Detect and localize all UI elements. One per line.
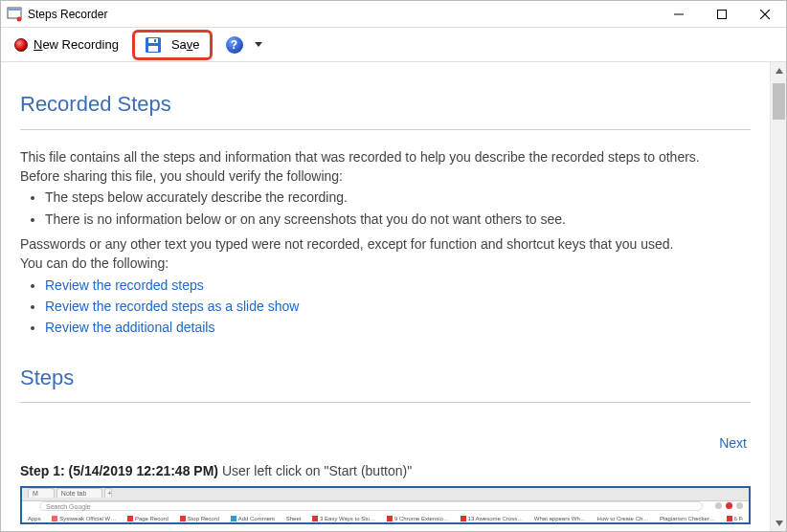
svg-marker-11 [776,68,783,74]
verify-list: The steps below accurately describe the … [45,188,751,229]
record-icon [14,38,28,52]
scroll-thumb[interactable] [773,83,785,120]
save-button-highlight: Save [132,30,213,60]
minimize-button[interactable] [657,1,700,28]
intro-text-2: Before sharing this file, you should ver… [20,166,751,186]
svg-marker-12 [776,521,783,526]
divider [20,402,751,403]
vertical-scrollbar[interactable] [770,62,786,531]
list-item: Review the additional details [45,318,751,337]
document-body: Recorded Steps This file contains all th… [1,62,770,531]
new-recording-label: New Recording [34,37,119,52]
list-item: There is no information below or on any … [45,210,751,229]
screenshot-tab: + [104,488,112,498]
step-1-screenshot[interactable]: M Note tab + Search Google Apps Systweak… [20,486,751,524]
list-item: Review the recorded steps [45,276,751,295]
close-button[interactable] [743,1,786,28]
screenshot-bookmark-bar: Apps Systweak Official W… Page Record St… [28,515,743,523]
save-label: Save [171,37,200,52]
intro-text-1: This file contains all the steps and inf… [20,147,751,166]
next-link[interactable]: Next [719,433,747,453]
screenshot-window-dots [715,502,743,509]
divider [20,129,751,130]
screenshot-tab: M [28,488,55,498]
action-links-list: Review the recorded steps Review the rec… [45,276,751,338]
title-bar: Steps Recorder [1,1,786,28]
step-1-desc: User left click on "Start (button)" [218,463,412,478]
window-title: Steps Recorder [28,8,107,21]
recorded-steps-heading: Recorded Steps [20,89,751,120]
review-steps-link[interactable]: Review the recorded steps [45,277,204,293]
review-slideshow-link[interactable]: Review the recorded steps as a slide sho… [45,299,299,314]
svg-rect-4 [717,10,726,18]
step-1-title: Step 1: (5/14/2019 12:21:48 PM) User lef… [20,461,751,480]
list-item: Review the recorded steps as a slide sho… [45,297,751,316]
scroll-up-arrow[interactable] [771,62,787,78]
svg-rect-10 [154,39,156,42]
save-icon [145,36,162,54]
help-dropdown[interactable]: ? [218,33,270,56]
save-button[interactable]: Save [139,34,206,55]
svg-point-2 [17,16,22,21]
svg-rect-1 [9,9,20,11]
maximize-button[interactable] [700,1,743,28]
passwords-note: Passwords or any other text you typed we… [20,234,751,254]
help-icon: ? [226,36,243,54]
app-icon [7,7,22,22]
svg-rect-8 [148,38,158,43]
chevron-down-icon [255,42,262,47]
svg-rect-9 [148,46,158,52]
scroll-down-arrow[interactable] [771,515,787,531]
step-1-bold: Step 1: (5/14/2019 12:21:48 PM) [20,463,218,478]
you-can-do-text: You can do the following: [20,254,751,273]
screenshot-address-bar: Search Google [39,501,703,511]
steps-heading: Steps [20,363,751,393]
screenshot-tab: Note tab [56,488,102,498]
list-item: The steps below accurately describe the … [45,188,751,207]
new-recording-button[interactable]: New Recording [7,34,126,55]
toolbar: New Recording Save ? [1,28,786,62]
review-details-link[interactable]: Review the additional details [45,320,214,335]
